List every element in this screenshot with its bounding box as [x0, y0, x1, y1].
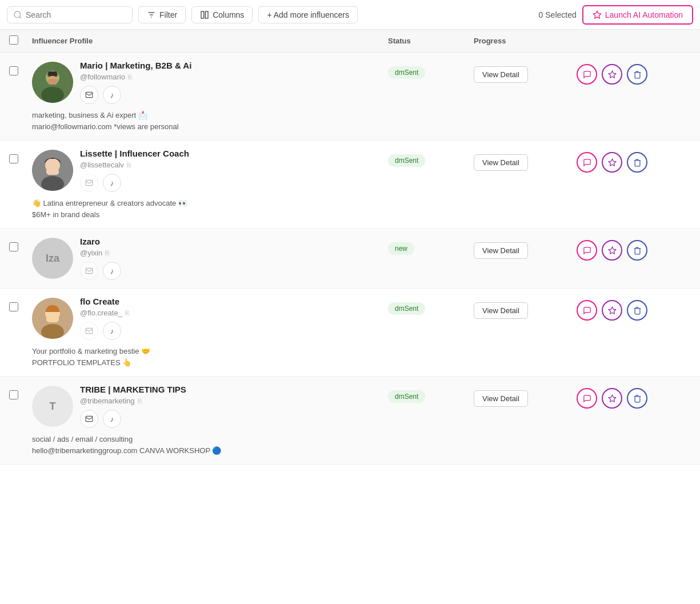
- bookmark-action-button[interactable]: [602, 388, 622, 409]
- bookmark-action-button[interactable]: [602, 240, 622, 261]
- tiktok-button[interactable]: ♪: [103, 322, 121, 340]
- message-action-button[interactable]: [577, 300, 597, 321]
- status-badge: dmSent: [388, 66, 425, 79]
- social-icons: ♪: [80, 262, 121, 280]
- tiktok-button[interactable]: ♪: [103, 410, 121, 428]
- email-button[interactable]: [80, 410, 98, 428]
- social-icons: ♪: [80, 86, 191, 104]
- email-button[interactable]: [80, 322, 98, 340]
- influencer-top: Lissette | Influencer Coach @lissettecal…: [32, 149, 388, 192]
- email-button[interactable]: [80, 86, 98, 104]
- search-box[interactable]: [7, 6, 133, 23]
- table-header: Influencer Profile Status Progress: [0, 30, 700, 53]
- progress-cell: View Detail: [474, 61, 577, 83]
- copy-handle-icon[interactable]: ⎘: [138, 397, 142, 405]
- message-action-button[interactable]: [577, 388, 597, 409]
- row-checkbox[interactable]: [9, 302, 18, 311]
- message-action-button[interactable]: [577, 64, 597, 85]
- influencer-info: Mario | Marketing, B2B & Ai @followmario…: [80, 61, 191, 104]
- row-checkbox-cell: [9, 237, 32, 251]
- tiktok-button[interactable]: ♪: [103, 86, 121, 104]
- row-checkbox[interactable]: [9, 66, 18, 75]
- delete-action-button[interactable]: [627, 388, 647, 409]
- view-detail-button[interactable]: View Detail: [474, 66, 528, 83]
- progress-cell: View Detail: [474, 385, 577, 407]
- influencer-cell: Iza Izaro @yixin ⎘ ♪: [32, 237, 388, 280]
- row-checkbox[interactable]: [9, 242, 18, 251]
- influencer-top: T TRIBE | MARKETING TIPS @tribemarketing…: [32, 385, 388, 428]
- view-detail-button[interactable]: View Detail: [474, 154, 528, 171]
- svg-rect-29: [86, 328, 93, 333]
- table-row: Mario | Marketing, B2B & Ai @followmario…: [0, 53, 700, 141]
- filter-button[interactable]: Filter: [138, 6, 186, 23]
- influencer-handle: @tribemarketing ⎘: [80, 397, 186, 405]
- row-checkbox-cell: [9, 297, 32, 311]
- message-action-button[interactable]: [577, 240, 597, 261]
- columns-button[interactable]: Columns: [191, 6, 253, 23]
- social-icons: ♪: [80, 174, 189, 192]
- svg-point-0: [14, 11, 21, 18]
- avatar: Iza: [32, 238, 73, 279]
- email-button[interactable]: [80, 174, 98, 192]
- tiktok-button[interactable]: ♪: [103, 174, 121, 192]
- status-cell: dmSent: [388, 297, 474, 315]
- row-checkbox[interactable]: [9, 154, 18, 163]
- status-badge: dmSent: [388, 154, 425, 167]
- bookmark-action-button[interactable]: [602, 152, 622, 173]
- svg-rect-23: [86, 268, 93, 273]
- row-checkbox-cell: [9, 61, 32, 75]
- view-detail-button[interactable]: View Detail: [474, 242, 528, 259]
- actions-cell: [577, 297, 691, 321]
- delete-action-button[interactable]: [627, 152, 647, 173]
- delete-action-button[interactable]: [627, 300, 647, 321]
- copy-handle-icon[interactable]: ⎘: [125, 309, 129, 317]
- svg-line-1: [19, 17, 21, 18]
- influencer-bio: Your portfolio & marketing bestie 🤝 PORT…: [32, 346, 388, 368]
- view-detail-button[interactable]: View Detail: [474, 302, 528, 319]
- svg-rect-28: [46, 315, 59, 322]
- delete-action-button[interactable]: [627, 64, 647, 85]
- search-input[interactable]: [26, 10, 126, 19]
- svg-rect-5: [201, 11, 204, 18]
- bookmark-action-button[interactable]: [602, 300, 622, 321]
- influencer-handle: @lissettecalv ⎘: [80, 161, 189, 169]
- add-influencers-button[interactable]: + Add more influencers: [258, 6, 358, 23]
- tiktok-button[interactable]: ♪: [103, 262, 121, 280]
- influencer-name: Lissette | Influencer Coach: [80, 149, 189, 158]
- influencer-cell: Mario | Marketing, B2B & Ai @followmario…: [32, 61, 388, 132]
- row-checkbox[interactable]: [9, 390, 18, 399]
- table-row: Iza Izaro @yixin ⎘ ♪: [0, 229, 700, 289]
- delete-action-button[interactable]: [627, 240, 647, 261]
- avatar: [32, 298, 73, 339]
- copy-handle-icon[interactable]: ⎘: [128, 73, 132, 81]
- influencer-handle: @followmario ⎘: [80, 73, 191, 81]
- table-row: flo Create @flo.create_ ⎘ ♪ Your portfol…: [0, 289, 700, 377]
- email-button[interactable]: [80, 262, 98, 280]
- copy-handle-icon[interactable]: ⎘: [127, 161, 131, 169]
- status-cell: dmSent: [388, 149, 474, 167]
- view-detail-button[interactable]: View Detail: [474, 390, 528, 407]
- avatar: T: [32, 386, 73, 427]
- filter-icon: [147, 10, 156, 19]
- svg-marker-32: [609, 395, 616, 402]
- influencer-info: TRIBE | MARKETING TIPS @tribemarketing ⎘…: [80, 385, 186, 428]
- select-all-checkbox[interactable]: [9, 35, 18, 45]
- influencer-name: TRIBE | MARKETING TIPS: [80, 385, 186, 394]
- svg-marker-30: [609, 307, 616, 314]
- copy-handle-icon[interactable]: ⎘: [105, 249, 109, 257]
- svg-point-9: [41, 87, 64, 103]
- influencer-handle: @yixin ⎘: [80, 249, 121, 257]
- svg-rect-15: [86, 92, 93, 97]
- row-checkbox-cell: [9, 149, 32, 163]
- status-cell: dmSent: [388, 385, 474, 403]
- svg-rect-11: [48, 79, 57, 85]
- influencer-top: Mario | Marketing, B2B & Ai @followmario…: [32, 61, 388, 104]
- status-badge: new: [388, 242, 414, 255]
- launch-ai-automation-button[interactable]: Launch AI Automation: [582, 5, 693, 25]
- toolbar: Filter Columns + Add more influencers 0 …: [0, 0, 700, 30]
- avatar: [32, 150, 73, 191]
- influencer-name: flo Create: [80, 297, 129, 306]
- message-action-button[interactable]: [577, 152, 597, 173]
- status-cell: dmSent: [388, 61, 474, 79]
- bookmark-action-button[interactable]: [602, 64, 622, 85]
